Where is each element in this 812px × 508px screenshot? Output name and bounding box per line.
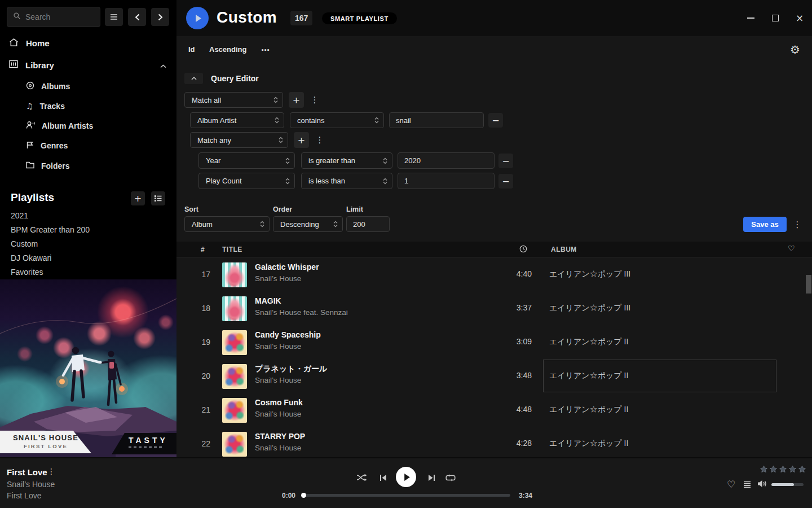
now-playing-album[interactable]: First Love bbox=[7, 491, 41, 500]
rating-stars bbox=[760, 465, 806, 474]
repeat-button[interactable] bbox=[444, 472, 457, 483]
clock-icon[interactable] bbox=[519, 245, 527, 255]
group-rule-operator-select[interactable]: is greater than bbox=[301, 152, 392, 169]
rule-group-menu-button[interactable]: ⋮ bbox=[310, 92, 320, 108]
limit-input[interactable] bbox=[346, 216, 390, 232]
group-rule-operator-select[interactable]: is less than bbox=[301, 173, 392, 189]
group-rule-value-input[interactable] bbox=[398, 152, 495, 169]
menu-button[interactable] bbox=[105, 8, 123, 26]
track-artwork bbox=[222, 262, 247, 287]
shuffle-button[interactable] bbox=[356, 472, 368, 483]
group-rule-field-select[interactable]: Play Count bbox=[198, 173, 295, 189]
scrollbar-thumb[interactable] bbox=[806, 275, 811, 294]
play-button[interactable] bbox=[396, 467, 416, 487]
query-editor-collapse-button[interactable] bbox=[184, 73, 203, 84]
track-artwork bbox=[222, 432, 247, 457]
track-row[interactable]: 19 Candy Spaceship Snail’s House 3:09 エイ… bbox=[176, 326, 812, 360]
add-rule-button[interactable]: + bbox=[289, 92, 304, 108]
select-updown-icon bbox=[285, 157, 290, 164]
remove-rule-button[interactable]: − bbox=[488, 113, 503, 128]
star-icon[interactable] bbox=[788, 465, 797, 474]
group-rule-value-input[interactable] bbox=[398, 173, 495, 189]
header-index[interactable]: # bbox=[201, 246, 205, 253]
gear-icon[interactable]: ⚙ bbox=[790, 43, 800, 56]
track-row[interactable]: 18 MAGIK Snail’s House feat. Sennzai 3:3… bbox=[176, 292, 812, 326]
playlist-item[interactable]: DJ Okawari bbox=[11, 253, 51, 265]
sidebar-item-library[interactable]: Library bbox=[0, 56, 176, 73]
track-row[interactable]: 20 プラネット・ガール Snail’s House 3:48 エイリアン☆ポッ… bbox=[176, 360, 812, 393]
maximize-button[interactable] bbox=[770, 12, 781, 24]
root-match-select[interactable]: Match all bbox=[184, 92, 283, 108]
sidebar-item-folders[interactable]: Folders bbox=[0, 158, 176, 174]
folder-icon bbox=[26, 161, 34, 170]
track-artist: Snail’s House bbox=[255, 376, 301, 384]
now-playing-title[interactable]: First Love bbox=[7, 467, 47, 477]
back-button[interactable] bbox=[128, 8, 146, 26]
chevron-up-icon[interactable] bbox=[160, 60, 166, 70]
seek-slider[interactable] bbox=[302, 494, 510, 497]
remove-group-rule-button[interactable]: − bbox=[498, 174, 513, 189]
sort-field-button[interactable]: Id bbox=[188, 45, 195, 54]
heart-icon[interactable]: ♡ bbox=[788, 244, 795, 253]
track-row[interactable]: 21 Cosmo Funk Snail’s House 4:48 エイリアン☆ポ… bbox=[176, 393, 812, 427]
sort-direction-button[interactable]: Ascending bbox=[209, 45, 246, 54]
track-row[interactable]: 17 Galactic Whisper Snail’s House 4:40 エ… bbox=[176, 258, 812, 292]
sidebar-item-genres[interactable]: Genres bbox=[0, 138, 176, 154]
track-duration: 4:28 bbox=[475, 439, 532, 448]
now-playing-menu-button[interactable]: ⋮ bbox=[47, 467, 55, 476]
track-index: 18 bbox=[193, 304, 210, 313]
queue-button[interactable] bbox=[743, 480, 751, 491]
playlist-item[interactable]: Custom bbox=[11, 239, 38, 251]
sidebar-item-tracks[interactable]: ♫ Tracks bbox=[0, 98, 176, 114]
track-duration: 3:48 bbox=[475, 371, 532, 380]
search-box[interactable] bbox=[7, 7, 100, 27]
group-match-select[interactable]: Match any bbox=[190, 132, 288, 148]
minimize-button[interactable] bbox=[745, 12, 756, 24]
order-label: Order bbox=[273, 205, 292, 213]
seek-thumb[interactable] bbox=[301, 493, 306, 498]
volume-fill bbox=[771, 483, 794, 486]
playlist-item[interactable]: 2021 bbox=[11, 211, 28, 222]
favorite-button[interactable]: ♡ bbox=[727, 479, 735, 490]
add-group-rule-button[interactable]: + bbox=[294, 132, 309, 148]
home-icon bbox=[9, 38, 19, 49]
order-select[interactable]: Descending bbox=[273, 216, 343, 232]
sort-select[interactable]: Album bbox=[184, 216, 270, 232]
star-icon[interactable] bbox=[769, 465, 778, 474]
forward-button[interactable] bbox=[151, 8, 169, 26]
close-button[interactable]: × bbox=[794, 12, 805, 24]
rule-field-select[interactable]: Album Artist bbox=[190, 112, 284, 128]
more-options-button[interactable]: ⋯ bbox=[261, 45, 270, 55]
rule-value-input[interactable] bbox=[389, 112, 484, 128]
previous-button[interactable] bbox=[377, 472, 389, 483]
play-playlist-button[interactable] bbox=[186, 7, 209, 29]
track-duration: 3:09 bbox=[475, 337, 532, 346]
star-icon[interactable] bbox=[760, 465, 768, 474]
playlist-list-button[interactable] bbox=[151, 191, 165, 205]
track-title: Candy Spaceship bbox=[255, 330, 321, 339]
volume-icon[interactable] bbox=[757, 480, 767, 490]
rule-operator-select[interactable]: contains bbox=[290, 112, 384, 128]
add-playlist-button[interactable]: + bbox=[131, 191, 145, 205]
sidebar-item-home[interactable]: Home bbox=[0, 34, 176, 51]
save-menu-button[interactable]: ⋮ bbox=[792, 217, 802, 232]
remove-group-rule-button[interactable]: − bbox=[498, 154, 513, 168]
track-album: エイリアン☆ポップ III bbox=[549, 303, 630, 313]
group-menu-button[interactable]: ⋮ bbox=[315, 132, 325, 148]
group-rule-field-select[interactable]: Year bbox=[198, 152, 295, 169]
sidebar-item-album-artists[interactable]: Album Artists bbox=[0, 118, 176, 134]
now-playing-artist[interactable]: Snail’s House bbox=[7, 480, 55, 489]
next-button[interactable] bbox=[425, 472, 438, 483]
sidebar-item-albums[interactable]: Albums bbox=[0, 78, 176, 94]
header-title[interactable]: TITLE bbox=[222, 246, 242, 253]
header-album[interactable]: ALBUM bbox=[551, 246, 577, 253]
playlist-item[interactable]: BPM Greater than 200 bbox=[11, 225, 90, 237]
track-row[interactable]: 22 STARRY POP Snail’s House 4:28 エイリアン☆ポ… bbox=[176, 427, 812, 457]
star-icon[interactable] bbox=[779, 465, 787, 474]
save-as-button[interactable]: Save as bbox=[743, 217, 787, 232]
now-playing-artwork[interactable]: SNAIL'S HOUSE FIRST LOVE TASTY bbox=[0, 279, 176, 457]
group-match-value: Match any bbox=[197, 136, 231, 144]
volume-slider[interactable] bbox=[771, 483, 804, 486]
playlist-item[interactable]: Favorites bbox=[11, 268, 43, 279]
star-icon[interactable] bbox=[798, 465, 806, 474]
